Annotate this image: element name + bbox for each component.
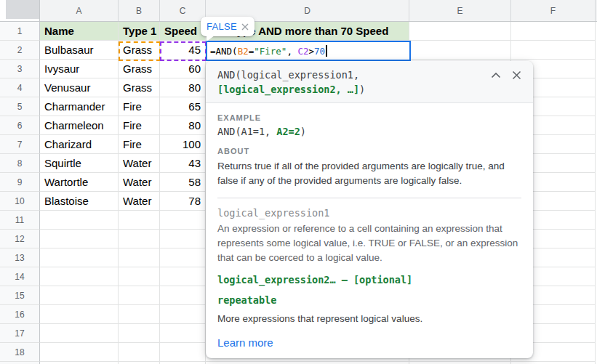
row-header-16[interactable]: 16: [0, 305, 40, 324]
row-header-1[interactable]: 1: [0, 22, 40, 41]
cell-A12[interactable]: [40, 230, 119, 248]
row-header-12[interactable]: 12: [0, 230, 40, 248]
cell-A3[interactable]: Ivysaur: [40, 60, 119, 78]
column-header-C[interactable]: C: [160, 0, 206, 21]
cell-B18[interactable]: [119, 343, 160, 362]
row-header-18[interactable]: 18: [0, 343, 40, 362]
row-header-15[interactable]: 15: [0, 286, 40, 305]
cell-A7[interactable]: Charizard: [40, 135, 119, 154]
cell-C6[interactable]: 80: [160, 116, 206, 135]
row-header-17[interactable]: 17: [0, 324, 40, 343]
cell-B6[interactable]: Fire: [119, 116, 160, 135]
select-all-corner-block: [6, 0, 39, 19]
cell-C13[interactable]: [160, 248, 206, 267]
column-header-F[interactable]: F: [511, 0, 596, 21]
cell-A8[interactable]: Squirtle: [40, 154, 119, 173]
cell-A2[interactable]: Bulbasaur: [40, 41, 119, 60]
cell-A15[interactable]: [40, 286, 119, 305]
cell-A5[interactable]: Charmander: [40, 97, 119, 116]
signature-line-2: [logical_expression2, …]): [217, 82, 482, 97]
cell-C10[interactable]: 78: [160, 192, 206, 211]
popup-actions: [491, 70, 521, 80]
row-header-11[interactable]: 11: [0, 211, 40, 230]
cell-B12[interactable]: [119, 230, 160, 248]
cell-A16[interactable]: [40, 305, 119, 324]
cell-E2[interactable]: [409, 41, 511, 60]
example-label: EXAMPLE: [217, 113, 521, 122]
row-header-8[interactable]: 8: [0, 154, 40, 173]
cell-F2[interactable]: [511, 41, 596, 60]
cell-A14[interactable]: [40, 267, 119, 286]
cell-C3[interactable]: 60: [160, 60, 206, 78]
row-header-13[interactable]: 13: [0, 248, 40, 267]
cell-A17[interactable]: [40, 324, 119, 343]
param2-heading: logical_expression2… – [optional]: [217, 274, 521, 286]
cell-C14[interactable]: [160, 267, 206, 286]
cell-B11[interactable]: [119, 211, 160, 230]
column-header-B[interactable]: B: [119, 0, 160, 21]
cell-B15[interactable]: [119, 286, 160, 305]
row-header-14[interactable]: 14: [0, 267, 40, 286]
cell-A18[interactable]: [40, 343, 119, 362]
row-header-5[interactable]: 5: [0, 97, 40, 116]
cell-C7[interactable]: 100: [160, 135, 206, 154]
cell-B3[interactable]: Grass: [119, 60, 160, 78]
formula-token: 70: [314, 46, 325, 57]
cell-B7[interactable]: Fire: [119, 135, 160, 154]
cell-B2[interactable]: Grass: [119, 41, 160, 60]
cell-C5[interactable]: 65: [160, 97, 206, 116]
learn-more-link[interactable]: Learn more: [217, 336, 273, 349]
cell-A10[interactable]: Blastoise: [40, 192, 119, 211]
param2-description: More expressions that represent logical …: [217, 312, 521, 326]
cell-C17[interactable]: [160, 324, 206, 343]
cell-A6[interactable]: Charmeleon: [40, 116, 119, 135]
close-help-icon[interactable]: [512, 70, 521, 80]
cell-C8[interactable]: 43: [160, 154, 206, 173]
cell-C12[interactable]: [160, 230, 206, 248]
cell-B1[interactable]: Type 1: [119, 22, 160, 41]
column-header-E[interactable]: E: [409, 0, 511, 21]
popup-body: EXAMPLE AND(A1=1, A2=2) ABOUT Returns tr…: [206, 103, 533, 349]
formula-token: C2: [297, 46, 308, 57]
cell-B8[interactable]: Water: [119, 154, 160, 173]
cell-B14[interactable]: [119, 267, 160, 286]
cell-C2[interactable]: 45: [160, 41, 206, 60]
param2-repeatable: repeatable: [217, 294, 521, 306]
cell-C18[interactable]: [160, 343, 206, 362]
row-header-4[interactable]: 4: [0, 78, 40, 97]
cell-A11[interactable]: [40, 211, 119, 230]
cell-A13[interactable]: [40, 248, 119, 267]
row-header-9[interactable]: 9: [0, 173, 40, 192]
cell-B17[interactable]: [119, 324, 160, 343]
cell-C9[interactable]: 58: [160, 173, 206, 192]
cell-C4[interactable]: 80: [160, 78, 206, 97]
row-header-7[interactable]: 7: [0, 135, 40, 154]
chip-pointer-tail: [207, 36, 215, 41]
cell-B10[interactable]: Water: [119, 192, 160, 211]
cell-A1[interactable]: Name: [40, 22, 119, 41]
row-header-2[interactable]: 2: [0, 41, 40, 60]
active-cell-formula-editor[interactable]: =AND(B2="Fire", C2>70: [206, 41, 411, 61]
row-header-3[interactable]: 3: [0, 60, 40, 78]
cell-C11[interactable]: [160, 211, 206, 230]
cell-B13[interactable]: [119, 248, 160, 267]
cell-C15[interactable]: [160, 286, 206, 305]
cell-C16[interactable]: [160, 305, 206, 324]
dismiss-preview-icon[interactable]: [241, 23, 249, 31]
cell-B4[interactable]: Grass: [119, 78, 160, 97]
cell-A9[interactable]: Wartortle: [40, 173, 119, 192]
cell-A4[interactable]: Venusaur: [40, 78, 119, 97]
cell-E1[interactable]: [409, 22, 511, 41]
cell-B9[interactable]: Water: [119, 173, 160, 192]
column-header-A[interactable]: A: [40, 0, 119, 21]
row-header-6[interactable]: 6: [0, 116, 40, 135]
function-help-popup: AND(logical_expression1, [logical_expres…: [206, 61, 533, 358]
collapse-help-icon[interactable]: [491, 70, 501, 80]
cell-B16[interactable]: [119, 305, 160, 324]
select-all-corner[interactable]: [0, 0, 40, 21]
formula-token: ,: [287, 46, 297, 57]
row-header-10[interactable]: 10: [0, 192, 40, 211]
cell-C1[interactable]: Speed: [160, 22, 206, 41]
cell-F1[interactable]: [511, 22, 596, 41]
cell-B5[interactable]: Fire: [119, 97, 160, 116]
